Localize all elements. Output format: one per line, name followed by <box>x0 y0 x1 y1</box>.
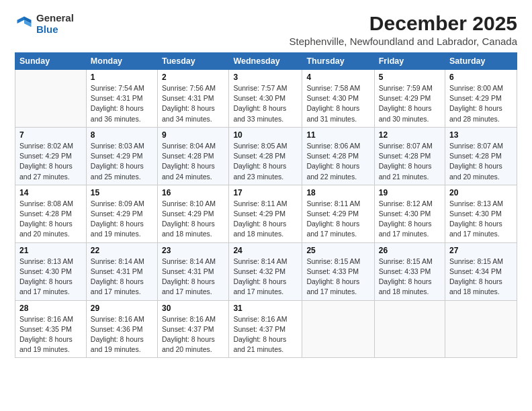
cell-day-number: 3 <box>233 73 298 82</box>
cell-day-number: 9 <box>162 130 224 140</box>
logo-blue: Blue <box>36 24 58 35</box>
calendar-cell: 10Sunrise: 8:05 AMSunset: 4:28 PMDayligh… <box>229 127 302 185</box>
weekday-header-tuesday: Tuesday <box>157 53 228 70</box>
cell-info: Sunrise: 8:11 AMSunset: 4:29 PMDaylight:… <box>306 199 369 240</box>
cell-day-number: 29 <box>91 304 153 313</box>
cell-info: Sunrise: 8:16 AMSunset: 4:35 PMDaylight:… <box>19 314 82 355</box>
cell-day-number: 15 <box>91 188 153 197</box>
cell-day-number: 30 <box>162 304 224 313</box>
weekday-header-wednesday: Wednesday <box>229 53 302 70</box>
calendar-cell: 3Sunrise: 7:57 AMSunset: 4:30 PMDaylight… <box>229 70 302 128</box>
calendar-cell: 24Sunrise: 8:14 AMSunset: 4:32 PMDayligh… <box>229 242 302 300</box>
calendar-cell: 21Sunrise: 8:13 AMSunset: 4:30 PMDayligh… <box>15 242 87 300</box>
calendar-cell: 31Sunrise: 8:16 AMSunset: 4:37 PMDayligh… <box>229 300 302 358</box>
cell-day-number: 8 <box>91 130 153 140</box>
cell-info: Sunrise: 8:15 AMSunset: 4:33 PMDaylight:… <box>306 257 369 298</box>
cell-info: Sunrise: 8:16 AMSunset: 4:36 PMDaylight:… <box>91 314 153 355</box>
cell-day-number: 2 <box>162 73 224 82</box>
main-title: December 2025 <box>290 12 517 34</box>
calendar-cell: 25Sunrise: 8:15 AMSunset: 4:33 PMDayligh… <box>302 242 374 300</box>
logo: General Blue <box>15 12 74 36</box>
cell-day-number: 25 <box>306 246 369 255</box>
weekday-header-monday: Monday <box>86 53 157 70</box>
calendar-cell: 11Sunrise: 8:06 AMSunset: 4:28 PMDayligh… <box>302 127 374 185</box>
cell-info: Sunrise: 8:14 AMSunset: 4:31 PMDaylight:… <box>162 257 224 298</box>
calendar-cell: 8Sunrise: 8:03 AMSunset: 4:29 PMDaylight… <box>86 127 157 185</box>
calendar-cell: 26Sunrise: 8:15 AMSunset: 4:33 PMDayligh… <box>374 242 445 300</box>
cell-day-number: 5 <box>379 73 441 82</box>
cell-info: Sunrise: 8:13 AMSunset: 4:30 PMDaylight:… <box>449 199 513 240</box>
cell-info: Sunrise: 7:56 AMSunset: 4:31 PMDaylight:… <box>162 83 224 124</box>
calendar-cell: 29Sunrise: 8:16 AMSunset: 4:36 PMDayligh… <box>86 300 157 358</box>
calendar-cell: 20Sunrise: 8:13 AMSunset: 4:30 PMDayligh… <box>445 185 517 242</box>
calendar-cell: 18Sunrise: 8:11 AMSunset: 4:29 PMDayligh… <box>302 185 374 242</box>
calendar-cell <box>445 300 517 358</box>
cell-info: Sunrise: 8:00 AMSunset: 4:29 PMDaylight:… <box>449 83 513 124</box>
cell-info: Sunrise: 8:05 AMSunset: 4:28 PMDaylight:… <box>233 141 298 182</box>
cell-day-number: 26 <box>379 246 441 255</box>
cell-day-number: 14 <box>19 188 82 197</box>
calendar-cell: 9Sunrise: 8:04 AMSunset: 4:28 PMDaylight… <box>157 127 228 185</box>
cell-day-number: 19 <box>379 188 441 197</box>
header: General Blue December 2025 Stephenville,… <box>15 12 517 47</box>
calendar-cell: 19Sunrise: 8:12 AMSunset: 4:30 PMDayligh… <box>374 185 445 242</box>
cell-day-number: 16 <box>162 188 224 197</box>
weekday-header-friday: Friday <box>374 53 445 70</box>
cell-info: Sunrise: 8:14 AMSunset: 4:32 PMDaylight:… <box>233 257 298 298</box>
cell-day-number: 17 <box>233 188 298 197</box>
cell-day-number: 24 <box>233 246 298 255</box>
calendar-cell: 2Sunrise: 7:56 AMSunset: 4:31 PMDaylight… <box>157 70 228 128</box>
calendar-cell: 16Sunrise: 8:10 AMSunset: 4:29 PMDayligh… <box>157 185 228 242</box>
cell-day-number: 11 <box>306 130 369 140</box>
cell-day-number: 20 <box>449 188 513 197</box>
cell-day-number: 7 <box>19 130 82 140</box>
calendar-cell: 4Sunrise: 7:58 AMSunset: 4:30 PMDaylight… <box>302 70 374 128</box>
calendar-cell: 15Sunrise: 8:09 AMSunset: 4:29 PMDayligh… <box>86 185 157 242</box>
calendar-cell: 27Sunrise: 8:15 AMSunset: 4:34 PMDayligh… <box>445 242 517 300</box>
cell-day-number: 1 <box>91 73 153 82</box>
calendar-cell: 12Sunrise: 8:07 AMSunset: 4:28 PMDayligh… <box>374 127 445 185</box>
cell-day-number: 10 <box>233 130 298 140</box>
cell-day-number: 21 <box>19 246 82 255</box>
cell-info: Sunrise: 7:54 AMSunset: 4:31 PMDaylight:… <box>91 83 153 124</box>
cell-day-number: 18 <box>306 188 369 197</box>
cell-info: Sunrise: 8:15 AMSunset: 4:33 PMDaylight:… <box>379 257 441 298</box>
cell-day-number: 27 <box>449 246 513 255</box>
cell-day-number: 28 <box>19 304 82 313</box>
calendar-cell: 13Sunrise: 8:07 AMSunset: 4:28 PMDayligh… <box>445 127 517 185</box>
cell-info: Sunrise: 8:06 AMSunset: 4:28 PMDaylight:… <box>306 141 369 182</box>
logo-general: General <box>36 12 74 24</box>
calendar-cell: 17Sunrise: 8:11 AMSunset: 4:29 PMDayligh… <box>229 185 302 242</box>
calendar-cell <box>15 70 87 128</box>
cell-info: Sunrise: 8:14 AMSunset: 4:31 PMDaylight:… <box>91 257 153 298</box>
cell-day-number: 31 <box>233 304 298 313</box>
cell-day-number: 4 <box>306 73 369 82</box>
cell-info: Sunrise: 8:07 AMSunset: 4:28 PMDaylight:… <box>379 141 441 182</box>
title-block: December 2025 Stephenville, Newfoundland… <box>290 12 517 47</box>
logo-text: General Blue <box>36 12 74 36</box>
subtitle: Stephenville, Newfoundland and Labrador,… <box>290 36 517 47</box>
cell-info: Sunrise: 7:59 AMSunset: 4:29 PMDaylight:… <box>379 83 441 124</box>
cell-info: Sunrise: 7:57 AMSunset: 4:30 PMDaylight:… <box>233 83 298 124</box>
cell-info: Sunrise: 8:07 AMSunset: 4:28 PMDaylight:… <box>449 141 513 182</box>
calendar-cell: 22Sunrise: 8:14 AMSunset: 4:31 PMDayligh… <box>86 242 157 300</box>
cell-info: Sunrise: 8:11 AMSunset: 4:29 PMDaylight:… <box>233 199 298 240</box>
cell-info: Sunrise: 8:09 AMSunset: 4:29 PMDaylight:… <box>91 199 153 240</box>
cell-info: Sunrise: 8:15 AMSunset: 4:34 PMDaylight:… <box>449 257 513 298</box>
logo-icon <box>15 14 34 33</box>
cell-info: Sunrise: 8:10 AMSunset: 4:29 PMDaylight:… <box>162 199 224 240</box>
calendar-cell: 1Sunrise: 7:54 AMSunset: 4:31 PMDaylight… <box>86 70 157 128</box>
calendar-cell: 28Sunrise: 8:16 AMSunset: 4:35 PMDayligh… <box>15 300 87 358</box>
calendar-cell: 7Sunrise: 8:02 AMSunset: 4:29 PMDaylight… <box>15 127 87 185</box>
cell-info: Sunrise: 8:16 AMSunset: 4:37 PMDaylight:… <box>162 314 224 355</box>
cell-day-number: 13 <box>449 130 513 140</box>
cell-day-number: 22 <box>91 246 153 255</box>
cell-day-number: 23 <box>162 246 224 255</box>
cell-info: Sunrise: 8:04 AMSunset: 4:28 PMDaylight:… <box>162 141 224 182</box>
cell-info: Sunrise: 8:16 AMSunset: 4:37 PMDaylight:… <box>233 314 298 355</box>
calendar-cell: 30Sunrise: 8:16 AMSunset: 4:37 PMDayligh… <box>157 300 228 358</box>
weekday-header-sunday: Sunday <box>15 53 87 70</box>
cell-info: Sunrise: 7:58 AMSunset: 4:30 PMDaylight:… <box>306 83 369 124</box>
cell-info: Sunrise: 8:03 AMSunset: 4:29 PMDaylight:… <box>91 141 153 182</box>
weekday-header-thursday: Thursday <box>302 53 374 70</box>
